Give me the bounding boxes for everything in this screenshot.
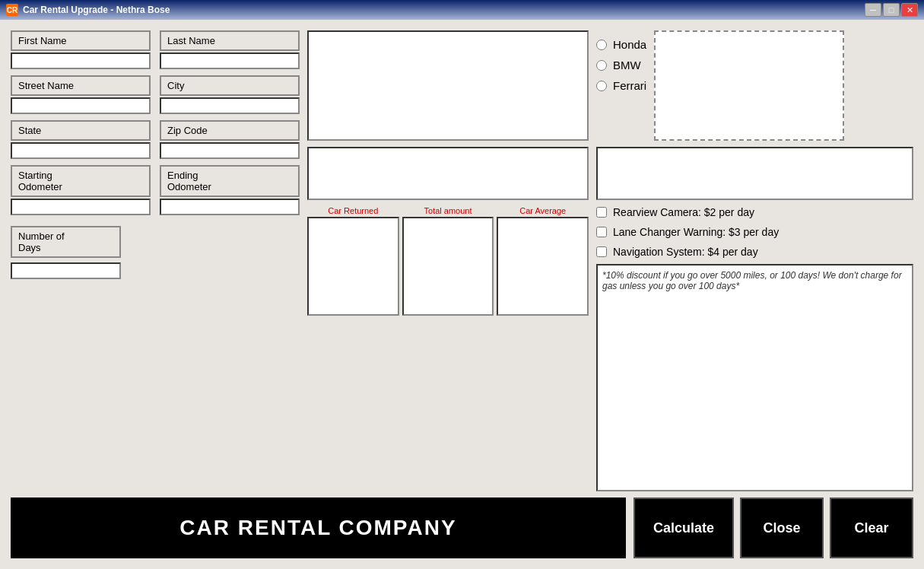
ending-odometer-group: EndingOdometer [160, 165, 300, 215]
number-of-days-section: Number ofDays [11, 226, 300, 279]
navigation-system-checkbox[interactable] [596, 246, 607, 257]
bmw-radio[interactable] [596, 60, 607, 71]
zip-code-label: Zip Code [160, 120, 300, 141]
ending-odometer-label: EndingOdometer [160, 165, 300, 197]
calculate-button[interactable]: Calculate [633, 497, 734, 558]
last-name-input[interactable] [160, 52, 300, 69]
zip-code-input[interactable] [160, 142, 300, 159]
company-banner: CAR RENTAL COMPANY [11, 497, 626, 558]
car-average-output [497, 217, 589, 316]
city-label: City [160, 75, 300, 96]
first-name-group: First Name [11, 30, 151, 69]
title-bar: CR Car Rental Upgrade - Nethra Bose ─ □ … [0, 0, 924, 20]
number-of-days-input[interactable] [11, 262, 121, 279]
app-icon: CR [6, 4, 18, 16]
state-label: State [11, 120, 151, 141]
rearview-camera-checkbox[interactable] [596, 207, 607, 218]
form-grid: First Name Last Name Street Name City St [11, 30, 300, 215]
middle-panel: Car Returned Total amount Car Average [307, 30, 589, 491]
honda-label: Honda [613, 38, 646, 51]
car-returned-output [307, 217, 399, 316]
total-amount-output [402, 217, 494, 316]
ending-odometer-input[interactable] [160, 199, 300, 215]
starting-odometer-label: StartingOdometer [11, 165, 151, 197]
clear-button[interactable]: Clear [830, 497, 913, 558]
car-description-area[interactable] [596, 147, 913, 200]
minimize-button[interactable]: ─ [865, 3, 881, 17]
state-group: State [11, 120, 151, 159]
bmw-radio-item[interactable]: BMW [596, 59, 646, 72]
car-image-top [307, 30, 589, 141]
left-panel: First Name Last Name Street Name City St [11, 30, 300, 491]
rearview-camera-item[interactable]: Rearview Camera: $2 per day [596, 206, 913, 218]
main-window: First Name Last Name Street Name City St [0, 20, 924, 569]
car-average-label: Car Average [497, 206, 589, 215]
number-of-days-label: Number ofDays [11, 226, 121, 258]
last-name-group: Last Name [160, 30, 300, 69]
car-selection-image [654, 30, 844, 141]
lane-changer-item[interactable]: Lane Changer Warning: $3 per day [596, 226, 913, 238]
street-name-group: Street Name [11, 75, 151, 114]
starting-odometer-group: StartingOdometer [11, 165, 151, 215]
lane-changer-checkbox[interactable] [596, 227, 607, 237]
close-window-button[interactable]: ✕ [901, 3, 918, 17]
car-selection-row: Honda BMW Ferrari [596, 30, 913, 141]
right-panel: Honda BMW Ferrari Rearv [596, 30, 913, 491]
output-labels-row: Car Returned Total amount Car Average [307, 206, 589, 215]
first-name-input[interactable] [11, 52, 151, 69]
content-area: First Name Last Name Street Name City St [11, 30, 913, 491]
city-group: City [160, 75, 300, 114]
honda-radio[interactable] [596, 40, 607, 50]
radio-group: Honda BMW Ferrari [596, 30, 646, 92]
car-returned-label: Car Returned [307, 206, 399, 215]
discount-note: *10% discount if you go over 5000 miles,… [596, 264, 913, 491]
first-name-label: First Name [11, 30, 151, 51]
honda-radio-item[interactable]: Honda [596, 38, 646, 51]
maximize-button[interactable]: □ [883, 3, 900, 17]
starting-odometer-input[interactable] [11, 199, 151, 215]
window-title: Car Rental Upgrade - Nethra Bose [23, 5, 170, 15]
output-boxes-row [307, 217, 589, 316]
car-image-mid [307, 147, 589, 200]
banner-text: CAR RENTAL COMPANY [179, 516, 456, 540]
ferrari-radio-item[interactable]: Ferrari [596, 79, 646, 92]
checkboxes-section: Rearview Camera: $2 per day Lane Changer… [596, 206, 913, 258]
total-amount-label: Total amount [402, 206, 494, 215]
navigation-system-item[interactable]: Navigation System: $4 per day [596, 246, 913, 258]
navigation-system-label: Navigation System: $4 per day [613, 246, 758, 258]
city-input[interactable] [160, 97, 300, 114]
bmw-label: BMW [613, 59, 641, 72]
ferrari-radio[interactable] [596, 81, 607, 91]
title-bar-controls: ─ □ ✕ [865, 3, 918, 17]
action-buttons: Calculate Close Clear [633, 497, 913, 558]
street-name-label: Street Name [11, 75, 151, 96]
title-bar-left: CR Car Rental Upgrade - Nethra Bose [6, 4, 170, 16]
ferrari-label: Ferrari [613, 79, 646, 92]
lane-changer-label: Lane Changer Warning: $3 per day [613, 226, 779, 238]
zip-code-group: Zip Code [160, 120, 300, 159]
last-name-label: Last Name [160, 30, 300, 51]
close-button[interactable]: Close [740, 497, 824, 558]
rearview-camera-label: Rearview Camera: $2 per day [613, 206, 754, 218]
output-section: Car Returned Total amount Car Average [307, 206, 589, 316]
bottom-section: CAR RENTAL COMPANY Calculate Close Clear [11, 497, 913, 558]
state-input[interactable] [11, 142, 151, 159]
street-name-input[interactable] [11, 97, 151, 114]
